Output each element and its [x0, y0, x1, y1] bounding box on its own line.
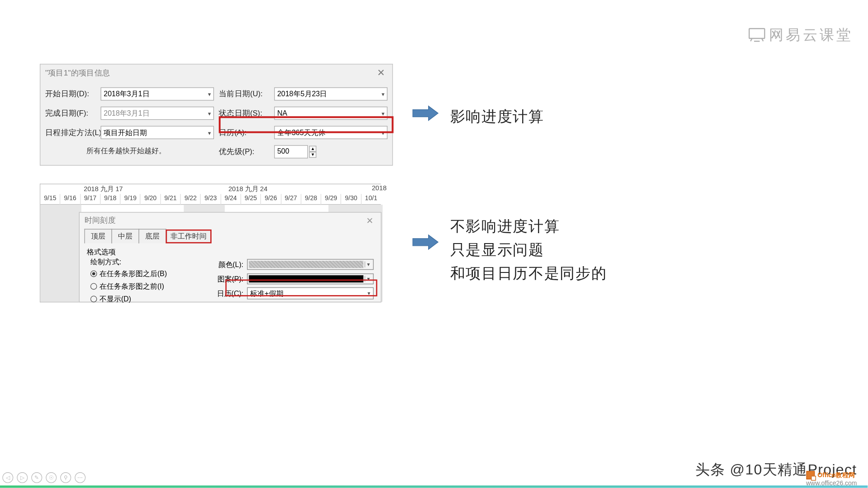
- nonworking-shade: [40, 205, 81, 302]
- status-date-label: 状态日期(S):: [219, 108, 271, 118]
- radio-behind[interactable]: 在任务条形图之后(B): [90, 267, 201, 280]
- start-date-label: 开始日期(D):: [45, 89, 97, 99]
- chevron-down-icon: ▾: [364, 276, 372, 282]
- tab-nonworking-time[interactable]: 非工作时间: [166, 230, 212, 244]
- pattern-label: 图案(P):: [211, 274, 244, 284]
- tab-top[interactable]: 顶层: [85, 229, 112, 244]
- priority-input[interactable]: 500: [274, 145, 308, 158]
- tab-middle[interactable]: 中层: [112, 229, 139, 244]
- week-label: 2018 九月 24: [228, 184, 267, 193]
- chevron-down-icon: ▾: [208, 110, 211, 117]
- day-cell: 9/28: [301, 194, 321, 205]
- calendar-label-2: 日历(C):: [211, 288, 244, 299]
- day-cell: 9/21: [160, 194, 180, 205]
- current-date-label: 当前日期(U):: [219, 89, 271, 99]
- office-icon: [806, 471, 815, 479]
- calendar-combo[interactable]: 全年365天无休▾: [274, 126, 388, 139]
- priority-spinner[interactable]: ▲▼: [309, 146, 316, 158]
- chevron-down-icon: ▾: [382, 129, 385, 136]
- watermark-top: 网易云课堂: [749, 25, 854, 45]
- pointer-icon[interactable]: ☉: [46, 472, 57, 483]
- footer-bar: [0, 485, 868, 488]
- next-icon[interactable]: ▷: [17, 472, 28, 483]
- day-cell: 9/24: [220, 194, 240, 205]
- timescale-dialog: 时间刻度 ✕ 顶层 中层 底层 非工作时间 格式选项 绘制方式: 在任务条形图之…: [79, 212, 382, 302]
- day-cell: 9/25: [241, 194, 260, 205]
- day-cell: 10/1: [361, 194, 381, 205]
- chevron-down-icon: ▾: [382, 91, 385, 98]
- dialog-title: 时间刻度: [85, 216, 116, 226]
- day-cell: 9/29: [321, 194, 340, 205]
- day-cell: 9/30: [341, 194, 361, 205]
- footer-logo: Office教程网 www.office26.com: [806, 471, 857, 487]
- schedule-from-label: 日程排定方法(L):: [45, 127, 97, 138]
- chevron-down-icon: ▾: [208, 129, 211, 136]
- day-cell: 9/16: [60, 194, 80, 205]
- arrow-icon: [411, 234, 439, 250]
- color-combo[interactable]: ▾: [247, 259, 374, 270]
- day-cell: 9/17: [80, 194, 100, 205]
- svg-rect-0: [749, 28, 764, 38]
- week-label: 2018: [372, 184, 387, 192]
- finish-date-combo: 2018年3月1日▾: [101, 107, 214, 120]
- current-date-combo[interactable]: 2018年5月23日▾: [274, 87, 388, 100]
- status-date-combo[interactable]: NA▾: [274, 107, 388, 120]
- player-controls: ◁ ▷ ✎ ☉ ⚲ ⋯: [2, 472, 85, 483]
- pattern-combo[interactable]: ▾: [247, 273, 374, 284]
- section-label: 格式选项: [80, 244, 381, 258]
- arrow-icon: [411, 105, 439, 122]
- chevron-down-icon: ▾: [364, 262, 372, 267]
- week-label: 2018 九月 17: [84, 184, 123, 193]
- annotation-1: 影响进度计算: [450, 105, 544, 128]
- calendar-label: 日历(A):: [219, 127, 271, 138]
- day-cell: 9/18: [100, 194, 120, 205]
- prev-icon[interactable]: ◁: [2, 472, 13, 483]
- priority-label: 优先级(P):: [219, 147, 271, 157]
- day-cell: 9/15: [40, 194, 60, 205]
- schedule-note: 所有任务越快开始越好。: [86, 146, 214, 156]
- chevron-down-icon: ▾: [368, 291, 371, 296]
- schedule-from-combo[interactable]: 项目开始日期▾: [101, 126, 214, 139]
- day-cell: 9/20: [140, 194, 160, 205]
- start-date-combo[interactable]: 2018年3月1日▾: [101, 87, 214, 100]
- finish-date-label: 完成日期(F):: [45, 108, 97, 118]
- calendar-combo-2[interactable]: 标准+假期▾: [247, 287, 374, 300]
- annotation-2-line2: 只是显示问题: [450, 238, 607, 261]
- project-info-dialog: "项目1"的项目信息 ✕ 开始日期(D): 2018年3月1日▾ 完成日期(F)…: [40, 64, 393, 165]
- tab-bottom[interactable]: 底层: [139, 229, 166, 244]
- day-cell: 9/22: [180, 194, 200, 205]
- day-cell: 9/27: [281, 194, 301, 205]
- radio-front[interactable]: 在任务条形图之前(I): [90, 280, 201, 293]
- color-label: 颜色(L):: [211, 259, 244, 270]
- day-cell: 9/26: [260, 194, 280, 205]
- chevron-down-icon: ▾: [382, 110, 385, 117]
- more-icon[interactable]: ⋯: [75, 472, 85, 483]
- dialog-title: "项目1"的项目信息: [45, 67, 110, 78]
- close-icon[interactable]: ✕: [375, 67, 387, 78]
- watermark-text: 网易云课堂: [769, 25, 854, 45]
- day-labels: 9/159/169/179/189/199/209/219/229/239/24…: [40, 194, 381, 205]
- chevron-down-icon: ▾: [208, 91, 211, 98]
- classroom-icon: [749, 28, 765, 42]
- close-icon[interactable]: ✕: [364, 216, 376, 226]
- pen-icon[interactable]: ✎: [31, 472, 42, 483]
- draw-label: 绘制方式:: [87, 257, 201, 267]
- radio-none[interactable]: 不显示(D): [90, 293, 201, 305]
- day-cell: 9/19: [120, 194, 140, 205]
- day-cell: 9/23: [200, 194, 220, 205]
- annotation-2-line3: 和项目日历不是同步的: [450, 261, 607, 285]
- zoom-icon[interactable]: ⚲: [60, 472, 71, 483]
- annotation-2-line1: 不影响进度计算: [450, 215, 607, 238]
